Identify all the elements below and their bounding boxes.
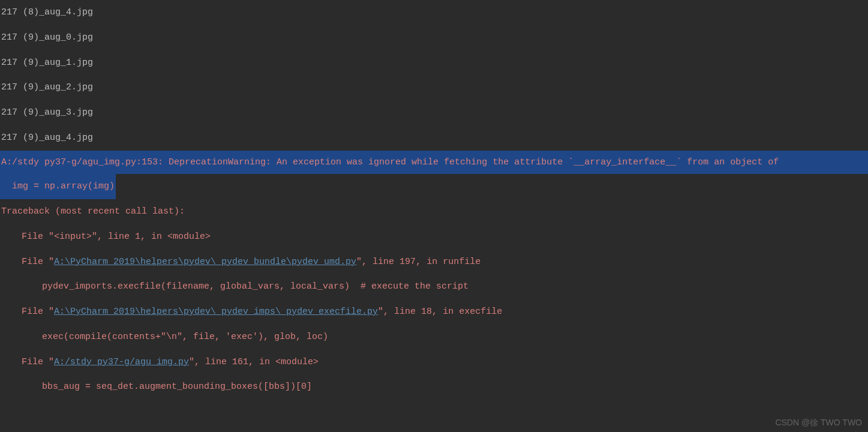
output-line: 217 (9)_aug_1.jpg — [0, 50, 868, 76]
traceback-code-line: bbs_aug = seq_det.augment_bounding_boxes… — [0, 374, 868, 400]
output-line: 217 (9)_aug_3.jpg — [0, 100, 868, 125]
output-line: 217 (9)_aug_4.jpg — [0, 125, 868, 151]
traceback-file-line: File "<input>", line 1, in <module> — [0, 224, 868, 250]
traceback-file-line: File "A:\PyCharm 2019\helpers\pydev\_pyd… — [0, 299, 868, 325]
traceback-file-link[interactable]: A:\PyCharm 2019\helpers\pydev\_pydev_imp… — [54, 307, 378, 317]
watermark: CSDN @徐 TWO TWO — [775, 416, 862, 428]
traceback-file-line: File "A:/stdy py37-g/agu_img.py", line 1… — [0, 350, 868, 375]
output-line: 217 (8)_aug_4.jpg — [0, 0, 868, 25]
deprecation-warning-block: A:/stdy py37-g/agu_img.py:153: Deprecati… — [0, 151, 868, 200]
warning-line-2: img = np.array(img) — [0, 174, 116, 199]
output-line: 217 (9)_aug_0.jpg — [0, 25, 868, 50]
console-output[interactable]: 217 (8)_aug_4.jpg217 (9)_aug_0.jpg217 (9… — [0, 0, 868, 400]
warning-line-1: A:/stdy py37-g/agu_img.py:153: Deprecati… — [1, 156, 868, 169]
traceback-code-line: pydev_imports.execfile(filename, global_… — [0, 274, 868, 299]
traceback-file-link[interactable]: A:\PyCharm 2019\helpers\pydev\_pydev_bun… — [54, 257, 356, 267]
traceback-code-line: exec(compile(contents+"\n", file, 'exec'… — [0, 325, 868, 350]
traceback-file-link[interactable]: A:/stdy py37-g/agu_img.py — [54, 357, 189, 367]
traceback-header: Traceback (most recent call last): — [0, 199, 868, 224]
output-line: 217 (9)_aug_2.jpg — [0, 75, 868, 100]
traceback-file-line: File "A:\PyCharm 2019\helpers\pydev\_pyd… — [0, 250, 868, 275]
